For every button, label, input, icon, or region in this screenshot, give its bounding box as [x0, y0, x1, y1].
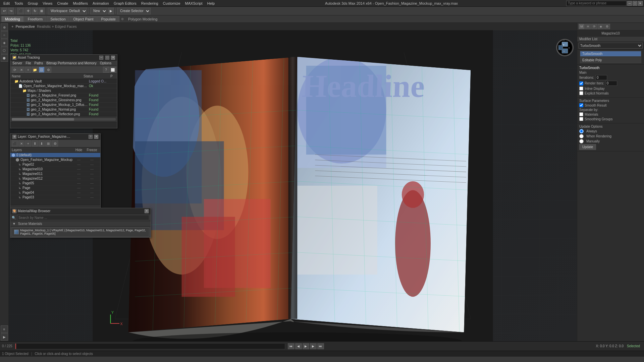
layer-tb-settings[interactable]: ⚙	[52, 140, 58, 146]
toolbar-redo[interactable]: ↪	[8, 8, 14, 14]
asset-scroll-thumb[interactable]	[12, 118, 74, 121]
smoothing-groups-checkbox[interactable]	[579, 117, 583, 121]
menu-animation[interactable]: Animation	[91, 1, 111, 6]
asset-tb-delete[interactable]: ✕	[18, 67, 24, 73]
rp-tab-motion[interactable]: ⟳	[591, 24, 597, 29]
layer-row-mag010[interactable]: ↳ Magazine010 — —	[10, 167, 100, 172]
menu-group[interactable]: Group	[26, 1, 40, 6]
asset-menu-bitmap[interactable]: Bitmap Performance and Memory	[46, 61, 97, 65]
tab-object-paint[interactable]: Object Paint	[70, 16, 97, 22]
material-search-input[interactable]	[17, 215, 149, 220]
tab-freeform[interactable]: Freeform	[24, 16, 47, 22]
asset-tb-settings[interactable]: ⚙	[45, 67, 51, 73]
tab-modeling[interactable]: Modeling	[1, 16, 24, 22]
extra-icon[interactable]: ⚙	[121, 17, 124, 21]
explicit-normals-checkbox[interactable]	[579, 91, 583, 95]
maximize-button[interactable]: □	[633, 1, 637, 6]
prev-frame-button[interactable]: ◀	[295, 343, 302, 349]
tab-selection[interactable]: Selection	[47, 16, 69, 22]
rp-tab-utilities[interactable]: ⚙	[604, 24, 610, 29]
goto-start-button[interactable]: ⏮	[288, 343, 294, 349]
play-button[interactable]: ▶	[303, 343, 309, 349]
sidebar-icon-bottom2[interactable]: ▶	[1, 333, 8, 341]
sidebar-icon-5[interactable]: ⬢	[1, 54, 8, 62]
menu-help[interactable]: Help	[205, 1, 217, 6]
asset-tb-folder[interactable]: 📁	[32, 67, 38, 73]
menu-rendering[interactable]: Rendering	[139, 1, 160, 6]
modifier-editable-poly[interactable]: Editable Poly	[580, 57, 641, 63]
asset-menu-server[interactable]: Server	[12, 61, 22, 65]
tab-populate[interactable]: Populate	[97, 16, 119, 22]
asset-tb-help[interactable]: ?	[103, 67, 109, 73]
material-panel-close[interactable]: ✕	[145, 209, 149, 213]
asset-scrollbar[interactable]	[10, 116, 117, 122]
asset-tb-expand[interactable]: ⬜	[110, 67, 116, 73]
render-iters-checkbox[interactable]	[579, 81, 583, 85]
layer-panel-help[interactable]: ?	[89, 135, 93, 139]
scene-materials-expand[interactable]: ▼	[12, 222, 16, 226]
asset-row-diffuse[interactable]: 🖼 geo_2_Magazine_Mockup_1_Diffuse.png Fo…	[10, 103, 117, 107]
asset-panel-close[interactable]: ✕	[111, 56, 115, 60]
menu-modifiers[interactable]: Modifiers	[71, 1, 90, 6]
rp-tab-display[interactable]: ◈	[598, 24, 604, 29]
layer-row-mockup[interactable]: Open_Fashion_Magazine_Mockup — —	[10, 158, 100, 162]
viewport-plus[interactable]: +	[11, 24, 13, 28]
layer-row-mag012[interactable]: ↳ Magazine012 — —	[10, 176, 100, 181]
toolbar-render[interactable]: ▶	[108, 8, 114, 14]
toolbar-scale[interactable]: ⊠	[39, 8, 45, 14]
asset-menu-file[interactable]: File	[25, 61, 31, 65]
menu-maxscript[interactable]: MAXScript	[183, 1, 205, 6]
manually-radio[interactable]	[579, 139, 584, 143]
layer-row-page02[interactable]: ↳ Page02 — —	[10, 162, 100, 167]
sidebar-icon-bottom1[interactable]: ≡	[1, 325, 8, 333]
asset-menu-options[interactable]: Options	[100, 61, 111, 65]
update-button[interactable]: Update	[579, 144, 596, 150]
layer-row-page03[interactable]: ↳ Page03 — —	[10, 195, 100, 200]
asset-row-vault[interactable]: 📁 Autodesk Vault Logged O...	[10, 79, 117, 84]
materials-checkbox[interactable]	[579, 112, 583, 116]
menu-customize[interactable]: Customize	[161, 1, 182, 6]
asset-row-file[interactable]: 📄 Open_Fashion_Magazine_Mockup_max_vray.…	[10, 84, 117, 88]
modifier-turbsmooth[interactable]: TurboSmooth	[580, 51, 641, 57]
asset-panel-maximize[interactable]: □	[105, 56, 109, 60]
asset-tb-add[interactable]: +	[25, 67, 31, 73]
asset-row-glossiness[interactable]: 🖼 geo_2_Magazine_Glossiness.png Found	[10, 98, 117, 103]
minimize-button[interactable]: ─	[627, 1, 632, 6]
sidebar-icon-2[interactable]: ○	[1, 31, 8, 39]
asset-row-normal[interactable]: 🖼 geo_2_Magazine_Normal.png Found	[10, 107, 117, 112]
asset-tb-refresh[interactable]: ⟳	[12, 67, 18, 73]
next-frame-button[interactable]: ▶	[310, 343, 317, 349]
layer-tb-add[interactable]: +	[25, 140, 31, 146]
layer-row-page05[interactable]: ↳ Page05 — —	[10, 181, 100, 186]
menu-edit[interactable]: Edit	[1, 1, 12, 6]
inline-display-checkbox[interactable]	[579, 86, 583, 90]
layer-row-mag011[interactable]: ↳ Magazine011 — —	[10, 172, 100, 176]
nav-gizmo[interactable]: F B L R T	[556, 39, 574, 57]
layer-tb-move-up[interactable]: ⬆	[32, 140, 38, 146]
menu-views[interactable]: Views	[41, 1, 54, 6]
toolbar-select[interactable]: ⬛	[17, 8, 24, 14]
goto-end-button[interactable]: ⏭	[317, 343, 324, 349]
layer-panel-close[interactable]: ✕	[94, 135, 98, 139]
menu-graph-editors[interactable]: Graph Editors	[112, 1, 139, 6]
asset-tb-bitmap[interactable]: 🖼	[39, 67, 45, 73]
timeline-bar[interactable]	[15, 343, 285, 349]
object-name-field[interactable]: Magazine10	[577, 31, 644, 37]
layer-tb-delete[interactable]: ✕	[18, 140, 24, 146]
workspace-dropdown[interactable]: Workspace: Default	[48, 8, 87, 14]
sidebar-icon-3[interactable]: ◈	[1, 39, 8, 46]
toolbar-undo[interactable]: ↩	[1, 8, 7, 14]
asset-panel-minimize[interactable]: ─	[99, 56, 103, 60]
rp-tab-modify[interactable]: M	[579, 24, 585, 29]
close-button[interactable]: ✕	[638, 1, 643, 6]
asset-menu-paths[interactable]: Paths	[35, 61, 43, 65]
layer-row-page[interactable]: ↳ Page — —	[10, 186, 100, 190]
menu-tools[interactable]: Tools	[12, 1, 25, 6]
layer-tb-move-down[interactable]: ⬇	[39, 140, 45, 146]
menu-create[interactable]: Create	[55, 1, 70, 6]
smooth-result-checkbox[interactable]	[579, 103, 583, 107]
rp-tab-hierarchy[interactable]: H	[585, 24, 591, 29]
layer-tb-select[interactable]: ⬛	[12, 140, 18, 146]
view-dropdown[interactable]: New	[90, 8, 107, 14]
layer-row-default[interactable]: 0 (default) — —	[10, 153, 100, 158]
